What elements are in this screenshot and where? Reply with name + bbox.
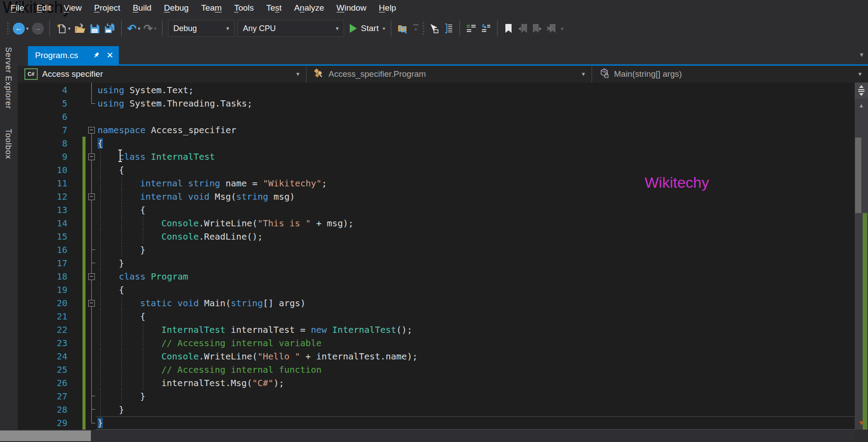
sidebar-item-toolbox[interactable]: Toolbox: [4, 129, 13, 159]
menu-debug[interactable]: Debug: [158, 0, 195, 16]
code-line-8[interactable]: 8{: [18, 137, 855, 150]
code-line-15[interactable]: 15Console.ReadLine();: [18, 230, 855, 243]
menu-help[interactable]: Help: [373, 0, 403, 16]
code-line-10[interactable]: 10{: [18, 163, 855, 177]
indent-guide: [100, 323, 101, 336]
code-line-26[interactable]: 26internalTest.Msg("C#");: [18, 376, 855, 390]
menu-project[interactable]: Project: [88, 0, 126, 16]
menu-file[interactable]: File: [4, 0, 31, 16]
vertical-scrollbar[interactable]: ▲ ▼: [855, 83, 868, 442]
code-line-16[interactable]: 16}: [18, 243, 855, 257]
type-dropdown[interactable]: Access_specifier.Program ▼: [307, 66, 592, 83]
code-text: }: [119, 257, 124, 270]
scroll-down-icon[interactable]: ▼: [855, 419, 868, 426]
toolbar-grip[interactable]: [6, 21, 10, 36]
separator: [459, 20, 460, 36]
menu-view[interactable]: View: [57, 0, 88, 16]
menu-window[interactable]: Window: [330, 0, 373, 16]
menu-bar: FileEditViewProjectBuildDebugTeamToolsTe…: [0, 0, 868, 16]
change-tracking-bar: [82, 390, 86, 403]
code-line-17[interactable]: 17}: [18, 257, 855, 270]
tab-list-dropdown-icon[interactable]: ▼: [859, 51, 864, 58]
sidebar-item-server-explorer[interactable]: Server Explorer: [4, 47, 13, 109]
pin-icon[interactable]: [93, 51, 100, 59]
toolbar-overflow-icon[interactable]: ▾: [413, 24, 418, 32]
menu-build[interactable]: Build: [126, 0, 157, 16]
new-file-icon[interactable]: ✶▾: [55, 23, 71, 34]
combo-label: Any CPU: [243, 24, 276, 33]
code-line-12[interactable]: 12−internal void Msg(string msg): [18, 190, 855, 203]
menu-test[interactable]: Test: [260, 0, 288, 16]
save-icon[interactable]: [89, 23, 100, 34]
clear-bookmarks-icon[interactable]: [546, 23, 558, 34]
code-line-4[interactable]: 4using System.Text;: [18, 83, 855, 97]
indent-guide: [100, 243, 101, 257]
fold-toggle-icon[interactable]: −: [88, 300, 95, 307]
fold-toggle-icon[interactable]: −: [88, 193, 95, 200]
pointer-icon[interactable]: [428, 23, 439, 34]
fold-toggle-icon[interactable]: −: [88, 273, 95, 280]
code-line-5[interactable]: 5using System.Threading.Tasks;: [18, 97, 855, 110]
horizontal-scrollbar[interactable]: [0, 430, 855, 442]
solution-platform-dropdown[interactable]: Any CPU▼: [238, 20, 344, 37]
bookmark-icon[interactable]: [503, 23, 514, 34]
save-all-icon[interactable]: [103, 23, 116, 34]
document-outline-icon[interactable]: [442, 23, 454, 34]
fold-toggle-icon[interactable]: −: [88, 127, 95, 134]
code-line-11[interactable]: 11internal string name = "Wikitechy";: [18, 177, 855, 190]
back-icon[interactable]: ←▾: [13, 23, 29, 35]
code-line-25[interactable]: 25// Accessing internal function: [18, 363, 855, 376]
menu-analyze[interactable]: Analyze: [288, 0, 330, 16]
split-editor-handle[interactable]: [855, 83, 868, 99]
line-number: 19: [18, 283, 67, 296]
code-line-6[interactable]: 6: [18, 110, 855, 123]
menu-edit[interactable]: Edit: [31, 0, 58, 16]
vertical-scrollbar-thumb[interactable]: [855, 138, 861, 213]
scrollbar-corner: [855, 430, 868, 442]
menu-tools[interactable]: Tools: [228, 0, 260, 16]
tab-program-cs[interactable]: Program.cs ✕: [28, 46, 119, 64]
next-bookmark-icon[interactable]: [532, 23, 543, 34]
member-dropdown[interactable]: Main(string[] args) ▼: [592, 66, 868, 83]
code-line-14[interactable]: 14Console.WriteLine("This is " + msg);: [18, 217, 855, 230]
code-line-27[interactable]: 27}: [18, 390, 855, 403]
indent-guide: [100, 163, 101, 177]
solution-configuration-dropdown[interactable]: Debug▼: [168, 20, 235, 37]
code-line-29[interactable]: 29}: [18, 416, 855, 430]
scroll-up-icon[interactable]: ▲: [855, 102, 868, 109]
code-line-21[interactable]: 21{: [18, 310, 855, 323]
code-line-20[interactable]: 20−static void Main(string[] args): [18, 296, 855, 310]
toolbar-grip[interactable]: [422, 21, 425, 36]
indent-guide: [121, 177, 122, 190]
uncomment-icon[interactable]: [480, 23, 492, 34]
separator: [497, 20, 498, 36]
code-line-23[interactable]: 23// Accessing internal variable: [18, 336, 855, 350]
close-icon[interactable]: ✕: [106, 50, 113, 60]
code-line-22[interactable]: 22InternalTest internalTest = new Intern…: [18, 323, 855, 336]
code-line-13[interactable]: 13{: [18, 203, 855, 217]
project-dropdown[interactable]: C# Access specifier ▼: [18, 66, 307, 83]
code-line-18[interactable]: 18−class Program: [18, 270, 855, 283]
start-debugging-button[interactable]: Start▾: [350, 24, 385, 33]
code-line-19[interactable]: 19{: [18, 283, 855, 296]
indent-guide: [100, 336, 101, 350]
code-line-7[interactable]: 7−namespace Access_specifier: [18, 123, 855, 137]
code-line-28[interactable]: 28}: [18, 403, 855, 416]
forward-icon[interactable]: →: [32, 23, 44, 35]
bookmark-overflow-icon[interactable]: ▾: [561, 25, 564, 32]
code-line-9[interactable]: 9−class InternalTest: [18, 150, 855, 163]
code-editor[interactable]: 4using System.Text;5using System.Threadi…: [18, 83, 855, 430]
line-number: 17: [18, 257, 67, 270]
horizontal-scrollbar-thumb[interactable]: [0, 430, 91, 441]
indent-guide: [121, 310, 122, 323]
prev-bookmark-icon[interactable]: [517, 23, 528, 34]
open-file-icon[interactable]: [74, 23, 86, 34]
find-in-files-icon[interactable]: [397, 23, 409, 34]
fold-toggle-icon[interactable]: −: [88, 154, 95, 160]
menu-team[interactable]: Team: [195, 0, 228, 16]
comment-icon[interactable]: [465, 23, 477, 34]
redo-icon[interactable]: ↷▾: [144, 23, 156, 34]
undo-icon[interactable]: ↶▾: [127, 23, 140, 34]
code-line-24[interactable]: 24Console.WriteLine("Hello " + internalT…: [18, 350, 855, 363]
code-text: InternalTest internalTest = new Internal…: [161, 323, 412, 336]
